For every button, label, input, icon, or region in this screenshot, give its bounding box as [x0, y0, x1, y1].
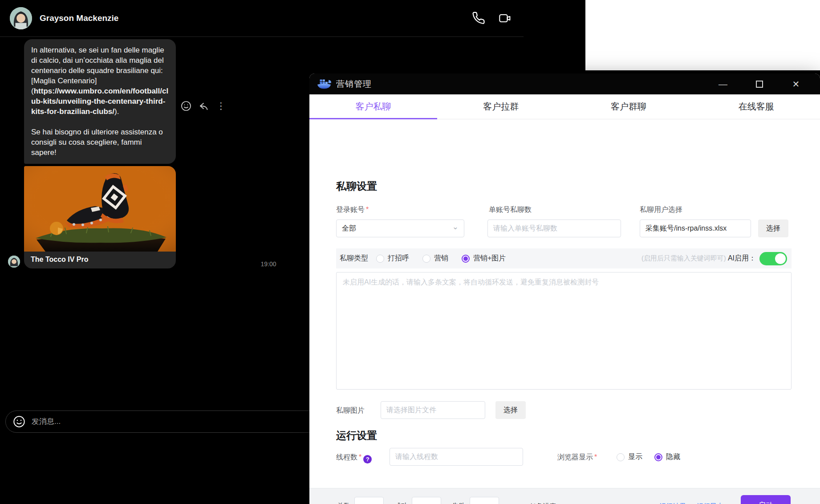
message-actions: ⋮	[181, 101, 222, 111]
login-account-select[interactable]: 全部 ⌄	[336, 219, 464, 237]
label-per-account-count: 单账号私聊数	[489, 205, 532, 215]
message-group: In alternativa, se sei un fan delle magl…	[24, 39, 176, 268]
window-title: 营销管理	[336, 78, 372, 90]
message-paragraph-2: Se hai bisogno di ulteriore assistenza o…	[31, 127, 169, 158]
start-button[interactable]: 启动	[741, 495, 791, 504]
label-user-select: 私聊用户选择	[640, 205, 682, 215]
more-options-icon[interactable]: ⋮	[216, 101, 222, 111]
ai-hint-text: (启用后只需输入关键词即可)	[641, 254, 726, 263]
status-footer: 总数: 成功: 失败: 任务进度: 100% 运行结果 运行日志 启动 线程: …	[309, 488, 820, 504]
minimize-button[interactable]: —	[718, 79, 728, 89]
phone-call-icon[interactable]	[472, 12, 485, 25]
video-call-icon[interactable]	[499, 12, 512, 25]
screen: Grayson Mackenzie In alternativa, se sei…	[0, 0, 820, 504]
required-asterisk: *	[359, 453, 361, 461]
per-account-count-input[interactable]	[487, 219, 621, 237]
section-title-run-settings: 运行设置	[336, 429, 377, 443]
threads-input[interactable]	[390, 448, 523, 466]
sender-avatar[interactable]	[8, 256, 20, 268]
message-bubble: In alternativa, se sei un fan delle magl…	[24, 39, 176, 164]
emoji-picker-icon[interactable]	[13, 415, 25, 428]
tab-private-chat[interactable]: 客户私聊	[309, 94, 437, 119]
product-caption: The Tocco IV Pro	[24, 252, 176, 268]
progress-percent: 100%	[618, 502, 635, 504]
tab-group-chat[interactable]: 客户群聊	[565, 94, 693, 119]
desktop-background	[585, 0, 820, 70]
marketing-window: 营销管理 — ✕ 客户私聊 客户拉群 客户群聊 在线客服 私聊设置 登录账号* …	[309, 73, 820, 504]
label-private-chat-image: 私聊图片	[336, 406, 365, 415]
tab-bar: 客户私聊 客户拉群 客户群聊 在线客服	[309, 94, 820, 119]
radio-marketing[interactable]: 营销	[422, 254, 448, 263]
run-logs-link[interactable]: 运行日志	[697, 502, 723, 504]
label-threads: 线程数*?	[336, 453, 372, 463]
radio-selected-icon	[654, 453, 662, 461]
run-results-link[interactable]: 运行结果	[659, 502, 686, 504]
app-logo-whale-icon	[317, 78, 332, 90]
tab-online-service[interactable]: 在线客服	[692, 94, 820, 119]
user-select-choose-button[interactable]: 选择	[758, 219, 788, 237]
reply-icon[interactable]	[199, 101, 209, 111]
message-link[interactable]: https://www.umbro.com/en/football/club-k…	[31, 87, 168, 116]
label-browser-display: 浏览器显示*	[557, 453, 597, 462]
image-choose-button[interactable]: 选择	[495, 401, 526, 419]
section-title-private-chat: 私聊设置	[336, 179, 377, 193]
radio-display-hide[interactable]: 隐藏	[654, 452, 680, 462]
avatar[interactable]	[10, 7, 32, 29]
progress-cluster: 任务进度: 100% 运行结果 运行日志 启动	[309, 497, 820, 504]
emoji-react-icon[interactable]	[181, 101, 191, 111]
user-select-input[interactable]	[640, 219, 751, 237]
radio-circle-icon	[376, 255, 384, 263]
message-text-end: ).	[114, 107, 119, 116]
label-login-account: 登录账号*	[336, 205, 369, 215]
required-asterisk: *	[594, 453, 597, 461]
label-chat-type: 私聊类型	[340, 254, 368, 263]
maximize-icon	[756, 81, 763, 88]
window-body: 私聊设置 登录账号* 单账号私聊数 私聊用户选择 全部 ⌄ 选择 私聊类型 打招…	[309, 119, 820, 504]
image-file-input[interactable]	[381, 401, 485, 419]
timestamp: 19:00	[235, 260, 302, 268]
radio-circle-icon	[617, 453, 625, 461]
chat-header: Grayson Mackenzie	[0, 0, 524, 37]
progress-label: 任务进度:	[529, 502, 558, 504]
close-button[interactable]: ✕	[791, 79, 801, 89]
tab-pull-group[interactable]: 客户拉群	[437, 94, 565, 119]
radio-marketing-image[interactable]: 营销+图片	[462, 254, 506, 263]
radio-greeting[interactable]: 打招呼	[376, 254, 409, 263]
ai-enable-label: AI启用：	[728, 254, 756, 263]
login-account-value: 全部	[342, 224, 356, 233]
ai-enable-toggle[interactable]	[759, 252, 787, 265]
required-asterisk: *	[366, 206, 369, 213]
maximize-button[interactable]	[754, 79, 765, 89]
radio-selected-icon	[462, 255, 470, 263]
product-image[interactable]	[24, 166, 176, 252]
copywriting-textarea[interactable]	[336, 272, 792, 390]
chevron-down-icon: ⌄	[452, 225, 459, 229]
window-controls: — ✕	[718, 79, 801, 89]
window-titlebar[interactable]: 营销管理 — ✕	[309, 73, 820, 94]
radio-circle-icon	[422, 255, 430, 263]
contact-name: Grayson Mackenzie	[40, 13, 118, 23]
radio-display-show[interactable]: 显示	[617, 452, 642, 462]
help-question-icon[interactable]: ?	[363, 455, 372, 463]
media-bubble[interactable]: The Tocco IV Pro	[24, 166, 176, 268]
chat-type-strip: 私聊类型 打招呼 营销 营销+图片 (启用后只需输入关键词即可) AI启用：	[336, 248, 792, 268]
